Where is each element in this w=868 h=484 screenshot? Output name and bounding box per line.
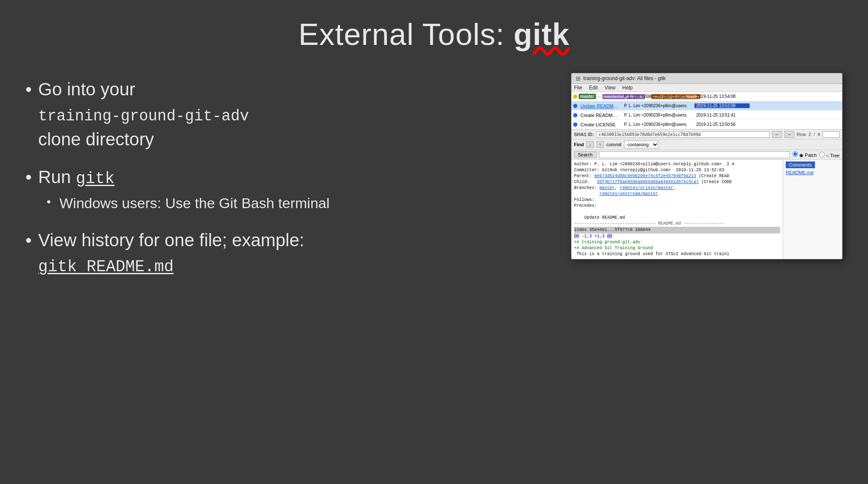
context-line: This is a training ground used for STScI… [574,251,780,257]
gitk-title-icon: ⊞ [576,75,581,82]
added-line-1: +# training-ground-git-adv [574,239,780,245]
sha-input[interactable] [596,131,770,138]
sha-right-btn[interactable]: → [784,131,794,138]
right-panel: Comments README.md [783,160,842,259]
bullet-1-text-after: clone directory [38,129,154,149]
author-col-2: P. L. Lim <2090236+pllim@users. [622,113,694,117]
row-total: 4 [818,132,820,137]
date-col-1: 2019-11-25 13:52:08 [694,103,750,108]
patch-line: Committer: GitHub <noreply@github.com> 2… [574,167,780,173]
hunk-line: @@ -1,3 +1,3 @@ [574,234,780,239]
added-line-2: +# Advanced Git Training Ground [574,245,780,251]
author-col-0: P. L. Lim <2090236+pllim@users. [622,94,694,99]
comments-tab[interactable]: Comments [786,161,815,168]
graph-col-3: Create LICENSE [571,122,622,127]
gitk-titlebar: ⊞ training-ground-git-adv: All files - g… [571,73,842,84]
bullet-1-code: training-ground-git-adv [38,108,249,125]
find-down-btn[interactable]: ↓ [586,141,594,148]
commit-msg-1: Update README.md [579,103,621,108]
gitk-graph-area: master — remotes/origin/master — remotes… [571,92,842,130]
patch-tree-toggle: ◉ Patch ○ Tree [792,151,840,158]
patch-radio[interactable] [792,151,798,157]
author-col-1: P. L. Lim <2090236+pllim@users. [622,103,694,108]
gitk-title-text: training-ground-git-adv: All files - git… [583,75,666,81]
slide-container: External Tools: gitk Go into your traini… [0,0,868,484]
table-row[interactable]: Create LICENSE P. L. Lim <2090236+pllim@… [571,120,842,129]
row-current: 2 [809,132,811,137]
search-input[interactable] [599,151,790,158]
sha-label: SHA1 ID: [574,132,594,137]
find-label: Find [574,142,584,147]
commit-msg-2: Create README.md [579,113,621,118]
menu-file[interactable]: File [574,85,582,91]
commit-msg-3: Create LICENSE [579,122,621,127]
patch-line [574,209,780,215]
graph-col-2: Create README.md [571,113,622,118]
patch-line: Follows: [574,197,780,203]
graph-col-1: Update README.md [571,103,622,108]
title-bold: gitk [513,17,569,51]
date-col-3: 2019-11-25 13:50:56 [694,122,750,127]
table-row[interactable]: Update README.md P. L. Lim <2090236+plli… [571,101,842,111]
search-row: Search ◉ Patch ○ Tree [571,150,842,160]
bullet-section: Go into your training-ground-git-adv clo… [25,73,546,467]
patch-radio-label[interactable]: ◉ Patch [792,151,817,158]
bullet-item-1: Go into your training-ground-git-adv clo… [25,77,546,152]
bullet-3-code: gitk README.md [38,258,174,276]
patch-line: Author: P. L. Lim <2090236+pllim@users.n… [574,161,780,167]
gitk-menubar: File Edit View Help [571,84,842,92]
find-type-label: commit [606,142,621,147]
slide-title: External Tools: gitk [25,17,843,52]
bullet-2-text-before: Run [38,167,76,187]
row-label: Row [797,132,806,137]
sub-bullet-1-text: Windows users: Use the Git Bash terminal [59,195,330,211]
find-containing-select[interactable]: containing: [624,141,659,148]
sub-bullet-1: Windows users: Use the Git Bash terminal [38,193,546,214]
tree-radio[interactable] [819,152,825,157]
detail-area: Author: P. L. Lim <2090236+pllim@users.n… [571,160,842,259]
patch-line: Update README.md [574,215,780,221]
patch-line: Branches: master, remotes/origin/master, [574,185,780,191]
table-row[interactable]: master — remotes/origin/master — remotes… [571,92,842,101]
file-link[interactable]: README.md [786,170,840,175]
patch-line: Child: 56f4b727f6ae8dd6a06b9d6ba849561d5… [574,179,780,185]
graph-dot-0 [573,95,577,99]
find-row: Find ↓ ↑ commit containing: [571,139,842,150]
row-separator: / [814,132,815,137]
bullet-3-text-before: View history for one file; example: [38,230,304,250]
patch-line: Precedes: [574,203,780,209]
title-text-start: External Tools: [299,17,514,51]
diff-index-line: index 35e44e1...5f977c6 100644 [574,227,780,234]
patch-info-area: Author: P. L. Lim <2090236+pllim@users.n… [571,160,783,259]
tree-label: ○ Tree [826,153,840,158]
sha-row: SHA1 ID: ← → Row 2 / 4 [571,130,842,139]
graph-col-0: master — remotes/origin/master — remotes… [571,94,622,99]
row-input[interactable] [823,131,840,138]
author-col-3: P. L. Lim <2090236+pllim@users. [622,122,694,127]
menu-view[interactable]: View [605,85,616,91]
bullet-1-text-before: Go into your [38,79,135,99]
tree-radio-label[interactable]: ○ Tree [819,152,840,158]
sha-left-btn[interactable]: ← [772,131,782,138]
patch-line: Parent: 8eb73d624d88c6e08296e74c5f2e4576… [574,173,780,179]
graph-dot-3 [573,122,577,127]
menu-edit[interactable]: Edit [589,85,598,91]
detail-wrapper: Author: P. L. Lim <2090236+pllim@users.n… [571,160,783,259]
search-button[interactable]: Search [574,151,596,158]
menu-help[interactable]: Help [622,85,633,91]
patch-line: remotes/upstream/master [574,191,780,197]
bullet-2-code: gitk [76,170,115,188]
bullet-item-2: Run gitk Windows users: Use the Git Bash… [25,165,546,215]
date-col-2: 2019-11-25 13:51:41 [694,113,750,117]
slide-content: Go into your training-ground-git-adv clo… [25,73,843,467]
patch-separator: -------------------------------- README.… [574,221,780,227]
bullet-item-3: View history for one file; example: gitk… [25,228,546,278]
patch-label: ◉ Patch [799,153,817,158]
graph-dot-1 [573,104,577,108]
date-col-0: 2019-11-25 13:54:08 [694,94,750,99]
find-up-btn[interactable]: ↑ [596,141,604,148]
table-row[interactable]: Create README.md P. L. Lim <2090236+plli… [571,111,842,120]
gitk-window: ⊞ training-ground-git-adv: All files - g… [571,73,843,259]
graph-dot-2 [573,113,577,117]
branch-master: master [579,94,596,99]
